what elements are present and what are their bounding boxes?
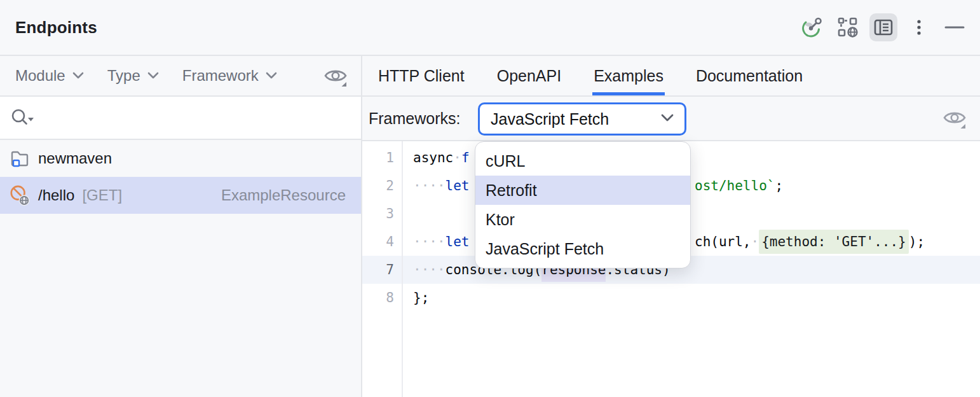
frameworks-label: Frameworks: xyxy=(369,97,460,140)
search-icon xyxy=(9,105,36,130)
line-number: 3 xyxy=(362,200,394,228)
details-view-icon[interactable] xyxy=(869,13,897,41)
dropdown-option[interactable]: cURL xyxy=(475,146,690,176)
chevron-down-icon xyxy=(660,113,674,123)
endpoints-tool-window: Endpoints xyxy=(0,0,980,397)
chevron-down-icon xyxy=(147,71,160,80)
gutter-divider xyxy=(402,141,403,397)
list-item-detail: ExampleResource xyxy=(221,186,346,204)
tab-documentation[interactable]: Documentation xyxy=(696,56,803,95)
frameworks-bar: Frameworks: JavaScript Fetch xyxy=(362,97,980,141)
endpoints-list: newmaven /hello [GET] ExampleResource xyxy=(0,140,361,214)
tab-label: Documentation xyxy=(696,67,803,85)
filter-dropdown-module[interactable]: Module xyxy=(15,67,85,85)
line-number: 8 xyxy=(362,284,394,312)
frameworks-combobox[interactable]: JavaScript Fetch xyxy=(478,102,686,136)
filter-bar: Module Type Framework xyxy=(0,56,361,97)
endpoints-sidebar: Module Type Framework xyxy=(0,56,361,397)
code-text: }; xyxy=(413,284,980,312)
line-number: 1 xyxy=(362,144,394,172)
more-options-icon[interactable] xyxy=(905,13,933,41)
dropdown-option[interactable]: Retrofit xyxy=(475,176,690,205)
http-method-badge: [GET] xyxy=(82,186,122,204)
minimize-icon[interactable] xyxy=(941,13,969,41)
api-structure-icon[interactable] xyxy=(834,13,862,41)
list-item-label: newmaven xyxy=(38,150,112,167)
tab-examples[interactable]: Examples xyxy=(594,56,664,95)
dropdown-option[interactable]: Ktor xyxy=(475,205,690,234)
header-toolbar xyxy=(798,0,969,55)
chevron-down-icon xyxy=(265,71,278,80)
list-item[interactable]: newmaven xyxy=(0,140,361,177)
search-bar[interactable] xyxy=(0,97,361,140)
window-title: Endpoints xyxy=(15,18,97,38)
filter-dropdown-type[interactable]: Type xyxy=(107,67,160,85)
list-item-label: /hello xyxy=(38,186,74,204)
tab-http-client[interactable]: HTTP Client xyxy=(378,56,465,95)
details-tab-bar: HTTP Client OpenAPI Examples Documentati… xyxy=(362,56,980,97)
tab-label: Examples xyxy=(594,67,664,85)
frameworks-dropdown-popup: cURLRetrofitKtorJavaScript Fetch xyxy=(475,141,691,268)
dropdown-option[interactable]: JavaScript Fetch xyxy=(475,234,690,263)
tab-openapi[interactable]: OpenAPI xyxy=(497,56,561,95)
endpoints-monitor-icon[interactable] xyxy=(798,13,826,41)
line-number: 4 xyxy=(362,228,394,256)
code-view-options-eye-icon[interactable] xyxy=(942,105,967,130)
list-item[interactable]: /hello [GET] ExampleResource xyxy=(0,177,361,214)
chevron-down-icon xyxy=(72,71,85,80)
filter-label: Module xyxy=(15,67,65,85)
line-number: 7 xyxy=(362,256,394,284)
endpoint-get-icon xyxy=(9,185,31,206)
window-header: Endpoints xyxy=(0,0,980,56)
tab-label: OpenAPI xyxy=(497,67,561,85)
filter-label: Type xyxy=(107,67,140,85)
tab-label: HTTP Client xyxy=(378,67,465,85)
module-icon xyxy=(9,148,31,169)
code-line[interactable]: 8 }; xyxy=(362,284,980,312)
filter-label: Framework xyxy=(182,67,259,85)
filter-dropdown-framework[interactable]: Framework xyxy=(182,67,278,85)
frameworks-combobox-value: JavaScript Fetch xyxy=(491,110,609,129)
line-number: 2 xyxy=(362,172,394,200)
view-options-eye-icon[interactable] xyxy=(323,63,348,88)
